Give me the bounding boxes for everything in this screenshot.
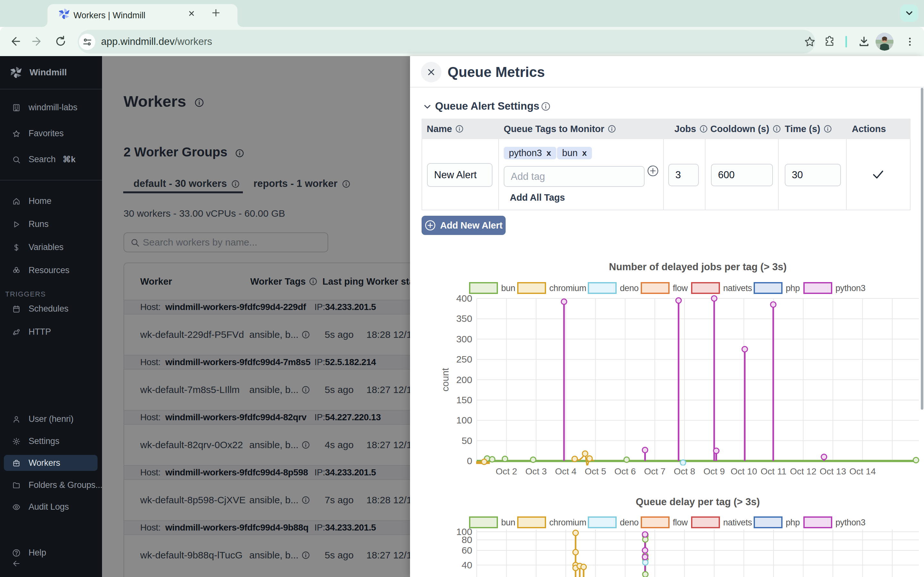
queue-alert-settings-title[interactable]: Queue Alert Settings [435,100,540,112]
svg-text:bun: bun [501,284,515,293]
queue-metrics-drawer: Queue Metrics Queue Alert Settings NameQ… [410,56,924,577]
sidebar-item-label: Home [29,193,51,209]
tab-title: Workers | Windmill [73,4,145,27]
sidebar-item-schedules[interactable]: Schedules [4,301,97,317]
alert-settings-table: NameQueue Tags to MonitorJobsCooldown (s… [422,119,911,210]
forward-icon[interactable] [32,35,43,47]
svg-text:Oct 7: Oct 7 [644,466,666,476]
sidebar-item-resources[interactable]: Resources [4,262,97,278]
boxes-icon [12,266,21,275]
sidebar-item-label: HTTP [29,324,51,340]
profile-avatar[interactable] [876,33,893,51]
svg-text:php: php [786,518,800,527]
info-icon[interactable] [824,125,832,133]
info-icon[interactable] [699,125,708,133]
alert-table-header: NameQueue Tags to MonitorJobsCooldown (s… [422,119,911,139]
site-settings-button[interactable] [79,34,95,50]
cooldown-input[interactable]: 600 [711,164,773,186]
add-tag-input[interactable]: Add tag [504,166,645,187]
sidebar-item-runs[interactable]: Runs [4,216,97,232]
svg-text:Oct 9: Oct 9 [704,466,725,476]
svg-text:Oct 3: Oct 3 [525,466,547,476]
chevron-down-icon [905,8,914,18]
svg-text:Oct 2: Oct 2 [496,466,517,476]
svg-text:100: 100 [456,415,472,425]
sidebar-item-folders-groups[interactable]: Folders & Groups... [4,477,97,493]
sidebar-item-settings[interactable]: Settings [4,433,97,449]
sidebar-item-http[interactable]: HTTP [4,324,97,340]
info-icon[interactable] [541,102,551,111]
sidebar-item-user-henri[interactable]: User (henri) [4,411,97,427]
tab-close-icon[interactable] [187,9,196,18]
svg-text:python3: python3 [835,284,865,293]
tag-pill-python3: python3x [504,147,556,159]
alert-col-header-jobs: Jobs [674,119,708,139]
svg-text:Oct 4: Oct 4 [555,466,577,476]
alert-col-header-cooldown-s: Cooldown (s) [710,119,781,139]
sidebar-item-favorites[interactable]: Favorites [4,125,97,141]
svg-text:Oct 5: Oct 5 [585,466,606,476]
info-icon[interactable] [772,125,781,133]
url-text[interactable]: app.windmill.dev/workers [101,30,212,53]
info-icon[interactable] [455,125,464,133]
user-icon [12,415,21,424]
sidebar-item-windmill-labs[interactable]: windmill-labs [4,99,97,115]
time-input[interactable]: 30 [785,164,841,186]
confirm-check-icon[interactable] [871,167,885,181]
sidebar-item-label: Favorites [29,125,63,141]
url-domain: app.windmill.dev [101,36,174,47]
jobs-input[interactable]: 3 [668,164,699,186]
sidebar-divider [0,89,102,89]
back-icon[interactable] [9,35,21,47]
drawer-close-button[interactable] [421,62,441,82]
screen: Workers | Windmill [0,0,924,577]
extensions-puzzle-icon[interactable] [824,36,835,47]
svg-text:deno: deno [620,518,638,527]
sidebar-item-audit-logs[interactable]: Audit Logs [4,499,97,515]
add-new-alert-label: Add New Alert [440,220,503,231]
search-shortcut: ⌘k [63,151,75,167]
menu-kebab-icon[interactable] [904,36,916,47]
add-tag-plus-icon[interactable] [647,165,659,177]
sidebar-item-workers[interactable]: Workers [4,455,97,471]
sidebar-item-label: Schedules [29,301,68,317]
svg-text:0: 0 [467,456,472,466]
windmill-logo-icon [11,67,21,78]
sidebar-item-variables[interactable]: Variables [4,239,97,255]
add-all-tags-button[interactable]: Add All Tags [510,192,565,203]
sidebar-collapse-button[interactable] [4,555,97,571]
alert-col-header-time-s: Time (s) [785,119,832,139]
chevron-down-icon[interactable] [422,102,433,112]
alert-col-header-queue-tags-to-monitor: Queue Tags to Monitor [504,119,616,139]
sidebar-item-label: Workers [29,455,60,471]
arrow-left-icon [12,559,21,568]
info-icon[interactable] [607,125,616,133]
browser-toolbar: app.windmill.dev/workers [0,27,924,56]
alert-col-header-name: Name [427,119,464,139]
svg-text:nativets: nativets [723,284,752,293]
sidebar-logo-label: Windmill [29,67,67,78]
remove-tag-icon[interactable]: x [546,148,551,158]
tab-fillet-right [237,22,242,27]
drawer-scrollbar-thumb[interactable] [921,88,923,410]
add-new-alert-button[interactable]: Add New Alert [422,216,506,235]
play-icon [12,220,21,229]
alert-name-input[interactable]: New Alert [427,163,493,187]
building-icon [12,103,21,112]
bookmark-star-icon[interactable] [804,36,816,47]
tab-search-button[interactable] [900,5,918,22]
drawer-backdrop[interactable] [102,56,410,577]
reload-icon[interactable] [55,35,66,47]
remove-tag-icon[interactable]: x [582,148,586,158]
worker-icon [12,459,21,467]
dollar-icon [12,243,21,251]
tag-pill-bun: bunx [557,147,592,159]
download-icon[interactable] [858,36,870,47]
plus-circle-icon [425,220,436,231]
svg-text:40: 40 [462,560,472,570]
svg-text:250: 250 [456,354,472,364]
sidebar-item-search[interactable]: Search⌘k [4,151,97,167]
new-tab-icon[interactable] [212,8,220,17]
sidebar-item-label: Runs [29,216,48,232]
sidebar-item-home[interactable]: Home [4,193,97,209]
